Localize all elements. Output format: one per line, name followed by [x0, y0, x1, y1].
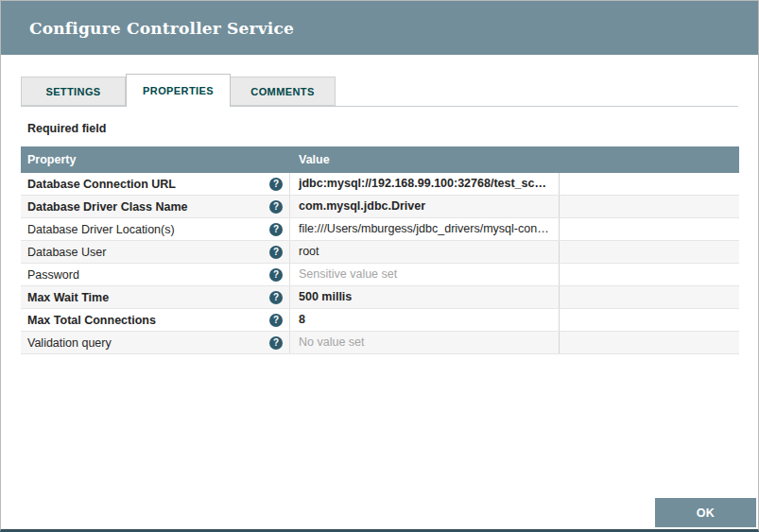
- row-extra-cell: [560, 264, 739, 285]
- property-name: Password: [27, 268, 79, 282]
- ok-button[interactable]: OK: [655, 498, 756, 527]
- help-icon[interactable]: ?: [269, 291, 283, 304]
- help-icon[interactable]: ?: [269, 178, 283, 191]
- property-name: Database Driver Class Name: [27, 200, 188, 214]
- property-name: Max Total Connections: [27, 314, 156, 327]
- help-icon[interactable]: ?: [269, 200, 283, 214]
- property-value[interactable]: Sensitive value set: [290, 264, 560, 285]
- property-value[interactable]: root: [290, 241, 560, 263]
- table-header-row: Property Value: [21, 146, 739, 173]
- properties-table: Property Value Database Connection URL ?…: [21, 146, 739, 354]
- tab-settings[interactable]: SETTINGS: [21, 77, 126, 106]
- table-row[interactable]: Validation query ? No value set: [21, 332, 739, 354]
- property-value[interactable]: com.mysql.jdbc.Driver: [290, 196, 560, 217]
- table-row[interactable]: Database Connection URL ? jdbc:mysql://1…: [21, 173, 739, 196]
- table-row[interactable]: Max Wait Time ? 500 millis: [21, 286, 739, 309]
- property-value[interactable]: file:///Users/mburgess/jdbc_drivers/mysq…: [290, 218, 560, 240]
- configure-controller-service-dialog: Configure Controller Service SETTINGS PR…: [0, 0, 759, 532]
- dialog-title: Configure Controller Service: [29, 19, 294, 38]
- row-extra-cell: [560, 196, 739, 217]
- help-icon[interactable]: ?: [269, 246, 283, 259]
- property-name: Database Driver Location(s): [27, 223, 175, 236]
- property-name: Validation query: [27, 336, 112, 350]
- tab-comments[interactable]: COMMENTS: [231, 77, 336, 106]
- help-icon[interactable]: ?: [269, 268, 283, 282]
- help-icon[interactable]: ?: [269, 223, 283, 236]
- table-row[interactable]: Database User ? root: [21, 241, 739, 264]
- row-extra-cell: [560, 173, 739, 195]
- property-value[interactable]: jdbc:mysql://192.168.99.100:32768/test_s…: [290, 173, 560, 195]
- property-name: Max Wait Time: [27, 291, 109, 304]
- table-row[interactable]: Database Driver Location(s) ? file:///Us…: [21, 218, 739, 241]
- row-extra-cell: [560, 332, 739, 353]
- row-extra-cell: [560, 241, 739, 263]
- table-row[interactable]: Password ? Sensitive value set: [21, 264, 739, 286]
- row-extra-cell: [560, 309, 739, 331]
- property-name: Database User: [27, 246, 106, 259]
- property-name: Database Connection URL: [27, 178, 176, 191]
- column-header-value: Value: [290, 153, 560, 166]
- table-row[interactable]: Database Driver Class Name ? com.mysql.j…: [21, 196, 739, 218]
- row-extra-cell: [560, 218, 739, 240]
- table-body: Database Connection URL ? jdbc:mysql://1…: [21, 173, 739, 354]
- column-header-property: Property: [21, 153, 290, 166]
- help-icon[interactable]: ?: [269, 314, 283, 327]
- table-row[interactable]: Max Total Connections ? 8: [21, 309, 739, 332]
- tab-bar: SETTINGS PROPERTIES COMMENTS: [21, 74, 738, 107]
- property-value[interactable]: 500 millis: [290, 286, 560, 308]
- required-field-label: Required field: [27, 122, 738, 135]
- tab-properties[interactable]: PROPERTIES: [126, 74, 231, 107]
- row-extra-cell: [560, 286, 739, 308]
- dialog-body: SETTINGS PROPERTIES COMMENTS Required fi…: [1, 55, 758, 354]
- help-icon[interactable]: ?: [269, 336, 283, 350]
- dialog-header: Configure Controller Service: [1, 1, 758, 55]
- property-value[interactable]: No value set: [290, 332, 560, 353]
- property-value[interactable]: 8: [290, 309, 560, 331]
